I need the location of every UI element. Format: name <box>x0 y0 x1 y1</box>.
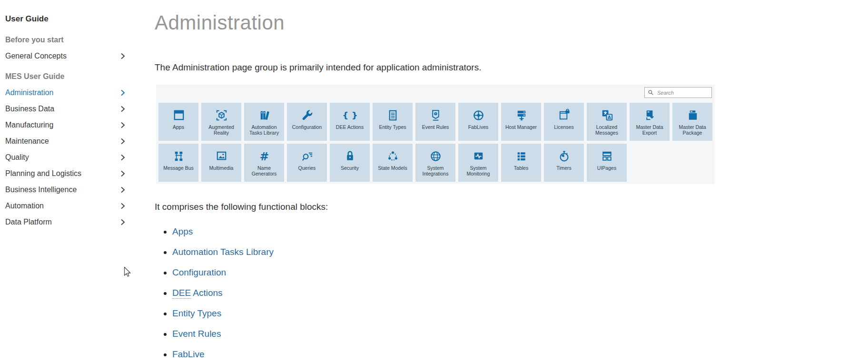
tile-label: Apps <box>172 124 185 130</box>
tile-tables: Tables <box>501 144 541 182</box>
sidebar-item-business-intelligence[interactable]: Business Intelligence <box>5 182 125 198</box>
tile-localized-messages: ALocalized Messages <box>587 103 627 141</box>
chevron-right-icon <box>120 122 125 128</box>
sidebar-item-label: Automation <box>5 202 44 210</box>
tile-apps: Apps <box>158 103 198 141</box>
sidebar-item-automation[interactable]: Automation <box>5 198 125 214</box>
sidebar-item-label: Planning and Logistics <box>5 169 81 178</box>
chevron-right-icon <box>120 170 125 177</box>
sidebar-item-label: Data Platform <box>5 218 52 226</box>
link-fablive[interactable]: FabLive <box>172 349 205 359</box>
tile-label: State Models <box>377 165 408 171</box>
tile-label: DEE Actions <box>335 124 365 130</box>
document-list-icon <box>385 107 400 124</box>
tile-name-generators: #Name Generators <box>244 144 284 182</box>
network-icon <box>171 147 186 165</box>
chevron-right-icon <box>120 89 125 96</box>
sidebar-item-data-platform[interactable]: Data Platform <box>5 214 125 230</box>
hash-icon: # <box>257 147 272 165</box>
tile-label: Message Bus <box>162 165 195 171</box>
functional-blocks-list: AppsAutomation Tasks LibraryConfiguratio… <box>155 226 754 360</box>
gear-bubble-icon <box>428 107 443 124</box>
target-icon <box>471 107 486 124</box>
list-item: Apps <box>172 226 754 237</box>
server-icon <box>514 107 529 124</box>
stopwatch-icon <box>557 147 572 165</box>
sidebar-item-label: Administration <box>5 88 53 97</box>
sidebar-item-label: Manufacturing <box>5 121 53 129</box>
tile-label: System Integrations <box>415 165 455 176</box>
tile-label: Tables <box>513 165 529 171</box>
sidebar-sections: Before you startGeneral ConceptsMES User… <box>5 32 125 230</box>
sidebar-section-header: Before you start <box>5 32 125 48</box>
tile-label: Localized Messages <box>587 124 627 136</box>
sidebar: User Guide Before you startGeneral Conce… <box>5 10 125 230</box>
svg-text:{ }: { } <box>343 110 357 120</box>
list-item: Entity Types <box>172 308 754 319</box>
sidebar-title: User Guide <box>5 10 125 28</box>
tile-label: UIPages <box>596 165 617 171</box>
tile-fablives: FabLives <box>458 103 498 141</box>
sidebar-item-business-data[interactable]: Business Data <box>5 101 125 117</box>
search-list-icon <box>300 147 315 165</box>
tile-message-bus: Message Bus <box>158 144 198 182</box>
tile-system-integrations: System Integrations <box>415 144 455 182</box>
tile-label: Automation Tasks Library <box>244 124 284 136</box>
screenshot-search-input <box>656 89 709 96</box>
tile-label: Master Data Package <box>672 124 712 136</box>
page: User Guide Before you startGeneral Conce… <box>0 0 868 362</box>
window-lock-icon <box>557 107 572 124</box>
books-icon <box>257 107 272 124</box>
tile-security: Security <box>330 144 370 182</box>
tile-label: Event Rules <box>421 124 450 130</box>
tile-label: Licenses <box>553 124 574 130</box>
augmented-reality-icon <box>214 107 229 124</box>
tile-host-manager: Host Manager <box>501 103 541 141</box>
tile-state-models: State Models <box>373 144 413 182</box>
translate-icon: A <box>600 107 614 124</box>
globe-icon <box>428 147 443 165</box>
wrench-icon <box>300 107 315 124</box>
sidebar-item-maintenance[interactable]: Maintenance <box>5 133 125 149</box>
sidebar-item-label: Business Intelligence <box>5 186 77 194</box>
page-title: Administration <box>155 11 754 34</box>
intro-paragraph: The Administration page group is primari… <box>155 62 754 73</box>
tile-dee-actions: { }DEE Actions <box>330 103 370 141</box>
tile-licenses: Licenses <box>544 103 584 141</box>
link-dee-actions[interactable]: DEE Actions <box>172 288 223 299</box>
sidebar-item-administration[interactable]: Administration <box>5 85 125 101</box>
svg-text:#: # <box>259 149 268 162</box>
chevron-right-icon <box>120 53 125 59</box>
pulse-monitor-icon <box>471 147 486 165</box>
abbreviation: DEE <box>172 288 191 299</box>
sidebar-item-general-concepts[interactable]: General Concepts <box>5 48 125 64</box>
chevron-right-icon <box>120 154 125 161</box>
tile-master-data-export: Master Data Export <box>630 103 670 141</box>
curly-braces-icon: { } <box>343 107 357 124</box>
link-entity-types[interactable]: Entity Types <box>172 308 221 318</box>
tile-multimedia: Multimedia <box>201 144 241 182</box>
tile-label: Augmented Reality <box>201 124 241 136</box>
list-item: DEE Actions <box>172 288 754 298</box>
sidebar-item-manufacturing[interactable]: Manufacturing <box>5 117 125 133</box>
export-icon <box>642 107 657 124</box>
sidebar-item-label: Maintenance <box>5 137 49 146</box>
chevron-right-icon <box>120 186 125 193</box>
apps-icon <box>171 107 186 124</box>
sidebar-section-header: MES User Guide <box>5 68 125 85</box>
embedded-screenshot: AppsAugmented RealityAutomation Tasks Li… <box>156 85 715 184</box>
link-event-rules[interactable]: Event Rules <box>172 329 221 339</box>
sidebar-item-planning-and-logistics[interactable]: Planning and Logistics <box>5 166 125 182</box>
tile-label: Master Data Export <box>630 124 670 136</box>
link-automation-tasks-library[interactable]: Automation Tasks Library <box>172 247 274 257</box>
tile-label: Queries <box>297 165 317 171</box>
sidebar-item-quality[interactable]: Quality <box>5 149 125 166</box>
link-apps[interactable]: Apps <box>172 226 193 236</box>
package-icon <box>685 107 700 124</box>
list-item: FabLive <box>172 349 754 360</box>
mouse-cursor <box>122 265 132 279</box>
chevron-right-icon <box>120 219 125 225</box>
tile-label: Multimedia <box>208 165 235 171</box>
link-configuration[interactable]: Configuration <box>172 267 226 277</box>
tile-augmented-reality: Augmented Reality <box>201 103 241 141</box>
